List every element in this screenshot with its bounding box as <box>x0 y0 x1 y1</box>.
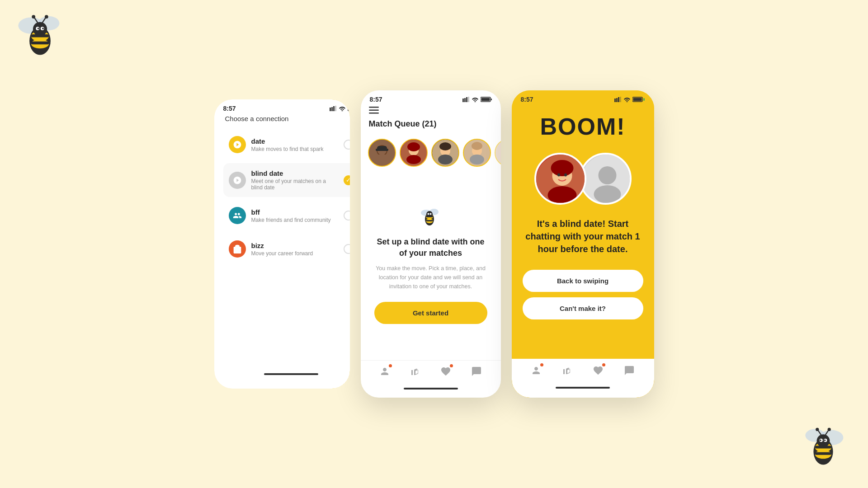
profile-notification-dot <box>389 364 392 367</box>
svg-rect-85 <box>633 98 642 101</box>
svg-point-78 <box>427 213 429 215</box>
bizz-desc: Move your career forward <box>251 250 338 257</box>
svg-rect-46 <box>369 107 379 108</box>
phone3-status-bar: 8:57 <box>512 90 654 106</box>
date-icon <box>229 136 246 153</box>
phone3-nav-messages[interactable] <box>623 364 636 377</box>
connection-item-blind-date[interactable]: blind date Meet one of your matches on a… <box>223 163 350 197</box>
match-avatar-1[interactable] <box>368 139 396 167</box>
svg-point-92 <box>547 186 576 204</box>
svg-point-61 <box>439 142 451 150</box>
svg-rect-48 <box>369 113 379 114</box>
phone1-content: Choose a connection date Make moves to f… <box>214 115 350 264</box>
svg-rect-37 <box>348 107 350 110</box>
svg-point-27 <box>820 440 821 441</box>
svg-point-10 <box>38 28 39 29</box>
match-avatar-3[interactable] <box>431 139 459 167</box>
date-name: date <box>251 137 338 145</box>
phone3-nav-profile[interactable] <box>530 364 542 377</box>
svg-point-15 <box>45 15 48 19</box>
svg-rect-82 <box>618 97 619 102</box>
svg-point-93 <box>557 174 560 177</box>
svg-point-79 <box>429 213 431 215</box>
phone3-status-icons <box>614 97 645 102</box>
svg-rect-35 <box>335 106 336 111</box>
nav-matches[interactable] <box>409 365 422 378</box>
match-avatars-row <box>361 134 501 171</box>
phone2-status-bar: 8:57 <box>361 90 501 106</box>
match-message: It's a blind date! Start chatting with y… <box>523 217 643 255</box>
svg-rect-83 <box>620 97 621 102</box>
phones-container: 8:57 Choose a connection date Make mo <box>214 90 654 398</box>
svg-point-7 <box>33 22 47 36</box>
boom-content: BOOM! <box>512 106 654 359</box>
connection-item-bizz[interactable]: bizz Move your career forward <box>223 234 350 264</box>
match-avatar-4[interactable] <box>463 139 491 167</box>
phone3-profile-dot <box>540 363 543 366</box>
bff-name: bff <box>251 208 338 216</box>
blind-date-icon <box>229 172 246 189</box>
nav-messages[interactable] <box>470 365 483 378</box>
bee-decoration-topleft <box>17 13 70 60</box>
svg-rect-53 <box>377 146 387 150</box>
bff-text: bff Make friends and find community <box>251 208 338 223</box>
svg-point-94 <box>564 174 567 177</box>
bizz-icon <box>229 240 246 258</box>
bff-desc: Make friends and find community <box>251 217 338 223</box>
svg-point-58 <box>406 155 421 164</box>
phone2-time: 8:57 <box>370 96 382 103</box>
connection-item-bff[interactable]: bff Make friends and find community <box>223 201 350 230</box>
match-queue-section: Match Queue (21) <box>361 119 501 134</box>
phone1-status-icons <box>330 106 350 111</box>
phone3-nav-likes[interactable] <box>592 364 604 377</box>
svg-point-11 <box>42 28 44 29</box>
phone2-status-icons <box>462 97 492 102</box>
blind-date-radio-checked[interactable]: ✓ <box>344 175 350 185</box>
bizz-radio[interactable] <box>344 244 350 254</box>
cant-make-it-button[interactable]: Can't make it? <box>523 297 643 319</box>
svg-rect-39 <box>462 99 464 102</box>
bff-radio[interactable] <box>344 211 350 221</box>
date-text: date Make moves to find that spark <box>251 137 338 152</box>
blind-date-name: blind date <box>251 169 338 177</box>
nav-likes[interactable] <box>439 365 452 378</box>
svg-point-67 <box>495 140 501 166</box>
get-started-button[interactable]: Get started <box>374 302 487 324</box>
likes-notification-dot <box>450 364 453 367</box>
phone3-nav-matches[interactable] <box>561 364 574 377</box>
bizz-text: bizz Move your career forward <box>251 242 338 257</box>
svg-rect-47 <box>369 110 379 111</box>
phone1-home-indicator <box>264 373 318 375</box>
svg-point-65 <box>472 142 482 150</box>
hamburger-menu[interactable] <box>361 106 501 119</box>
svg-point-23 <box>817 434 830 447</box>
phone1-status-bar: 8:57 <box>214 99 350 115</box>
match-queue-title: Match Queue (21) <box>369 119 437 128</box>
svg-rect-76 <box>426 220 433 221</box>
match-avatar-5[interactable] <box>495 139 501 167</box>
svg-rect-80 <box>614 99 616 102</box>
connection-item-date[interactable]: date Make moves to find that spark <box>223 130 350 160</box>
svg-rect-41 <box>466 97 467 102</box>
svg-point-31 <box>816 428 819 431</box>
svg-rect-81 <box>616 98 618 102</box>
svg-rect-45 <box>491 99 492 100</box>
phone3-time: 8:57 <box>521 96 533 103</box>
svg-point-62 <box>438 155 453 164</box>
choose-connection-title: Choose a connection <box>223 115 350 122</box>
bff-icon <box>229 207 246 224</box>
match-avatar-2[interactable] <box>400 139 428 167</box>
svg-rect-6 <box>31 42 49 45</box>
back-to-swiping-button[interactable]: Back to swiping <box>523 270 643 292</box>
match-pair-avatars <box>534 153 632 205</box>
phone2-home-indicator <box>404 388 458 389</box>
blind-date-description: You make the move. Pick a time, place, a… <box>374 264 487 291</box>
blind-date-text: blind date Meet one of your matches on a… <box>251 169 338 191</box>
phone1-time: 8:57 <box>223 105 236 112</box>
svg-point-13 <box>32 15 35 19</box>
svg-point-29 <box>828 428 831 431</box>
date-radio[interactable] <box>344 140 350 150</box>
nav-profile[interactable] <box>378 365 391 378</box>
svg-point-66 <box>470 155 484 164</box>
date-desc: Make moves to find that spark <box>251 146 338 152</box>
